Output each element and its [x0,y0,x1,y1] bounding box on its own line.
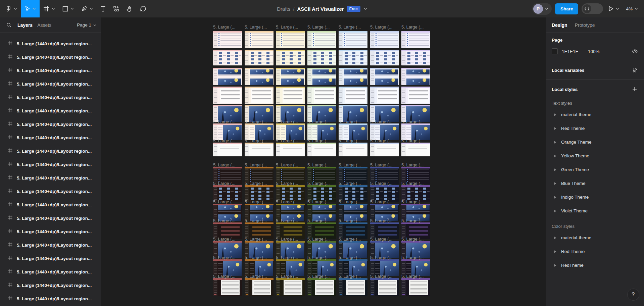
frame-name-label[interactable]: 5. Large (... [401,237,424,242]
style-item-1-2[interactable]: RedTheme [546,258,644,272]
frame-name-label[interactable]: 5. Large (... [245,138,267,143]
page-title[interactable]: ASCII Art Visualizer [297,6,344,12]
canvas-frame-light-orange-cards[interactable] [245,50,274,65]
hand-tool[interactable] [123,0,136,17]
frame-name-label[interactable]: 5. Large (... [276,255,298,260]
frame-name-label[interactable]: 5. Large (... [370,24,392,30]
frame-name-label[interactable]: 5. Large (... [245,119,267,124]
canvas-frame-light-indigo-document[interactable] [370,87,399,104]
layer-row-18[interactable]: 5. Large (1440+dp)/Layout region... [0,278,101,292]
canvas-frame-light-indigo-image-side[interactable] [370,123,399,140]
canvas-frame-light-red-table[interactable] [213,31,242,48]
frame-name-label[interactable]: 5. Large (... [339,274,361,279]
frame-name-label[interactable]: 5. Large (... [307,255,330,260]
canvas-frame-light-violet-table[interactable] [401,31,430,48]
main-menu[interactable] [2,0,21,17]
disclosure-triangle-icon[interactable] [554,235,557,241]
visibility-eye-icon[interactable] [631,47,639,55]
frame-name-label[interactable]: 5. Large (... [370,119,392,124]
canvas-frame-dark-yellow-docfinal[interactable] [276,278,305,296]
frame-name-label[interactable]: 5. Large (... [307,119,330,124]
frame-name-label[interactable]: 5. Large (... [245,24,267,30]
frame-name-label[interactable]: 5. Large (... [401,274,424,279]
frame-name-label[interactable]: 5. Large (... [370,274,392,279]
canvas-frame-light-violet-docfinal[interactable] [401,143,430,156]
account-menu[interactable]: P [532,3,552,15]
canvas-frame-light-green-cards[interactable] [307,50,336,65]
frame-name-label[interactable]: 5. Large (... [401,138,424,143]
canvas-frame-light-red-docfinal[interactable] [213,143,242,156]
breadcrumb-folder[interactable]: Drafts [277,6,290,12]
canvas-frame-light-orange-image-side[interactable] [245,123,274,140]
canvas-frame-light-yellow-gallery[interactable] [276,68,305,85]
frame-name-label[interactable]: 5. Large (... [213,274,235,279]
frame-name-label[interactable]: 5. Large (... [213,24,235,30]
canvas-frame-light-orange-docfinal[interactable] [245,143,274,156]
disclosure-triangle-icon[interactable] [554,194,557,200]
frame-name-label[interactable]: 5. Large (... [276,274,298,279]
canvas-frame-light-blue-document[interactable] [339,87,367,104]
canvas-frame-light-yellow-cards[interactable] [276,50,305,65]
frame-name-label[interactable]: 5. Large (... [370,199,392,204]
canvas-frame-light-yellow-document[interactable] [276,87,305,104]
frame-name-label[interactable]: 5. Large (... [307,24,330,30]
canvas-frame-light-yellow-image-side[interactable] [276,123,305,140]
canvas-frame-light-blue-cards[interactable] [339,50,367,65]
frame-name-label[interactable]: 5. Large (... [339,218,361,223]
canvas-frame-light-yellow-docfinal[interactable] [276,143,305,156]
frame-name-label[interactable]: 5. Large (... [213,218,235,223]
file-menu-chevron[interactable] [364,8,367,10]
layer-row-16[interactable]: 5. Large (1440+dp)/Layout region... [0,252,101,265]
variables-icon[interactable] [631,66,639,74]
shape-tool[interactable] [59,0,78,17]
frame-name-label[interactable]: 5. Large (... [245,181,267,186]
frame-tool[interactable] [40,0,59,17]
layer-row-11[interactable]: 5. Large (1440+dp)/Layout region... [0,185,101,198]
layer-row-19[interactable]: 5. Large (1440+dp)/Layout region... [0,292,101,305]
layer-row-9[interactable]: 5. Large (1440+dp)/Layout region... [0,158,101,171]
style-item-1-1[interactable]: Red Theme [546,245,644,258]
frame-name-label[interactable]: 5. Large (... [339,119,361,124]
disclosure-triangle-icon[interactable] [554,139,557,145]
comment-tool[interactable] [136,0,150,17]
disclosure-triangle-icon[interactable] [554,208,557,214]
disclosure-triangle-icon[interactable] [554,125,557,132]
text-tool[interactable] [97,0,109,17]
canvas[interactable]: 5. Large (...5. Large (...5. Large (...5… [101,17,546,306]
frame-name-label[interactable]: 5. Large (... [213,119,235,124]
canvas-frame-light-green-image-side[interactable] [307,123,336,140]
frame-name-label[interactable]: 5. Large (... [307,218,330,223]
frame-name-label[interactable]: 5. Large (... [245,218,267,223]
canvas-frame-light-red-image-side[interactable] [213,123,242,140]
style-item-0-6[interactable]: Indigo Theme [546,190,644,204]
frame-name-label[interactable]: 5. Large (... [370,138,392,143]
add-style-plus-icon[interactable] [631,85,639,93]
free-plan-badge[interactable]: Free [347,6,360,12]
frame-name-label[interactable]: 5. Large (... [276,24,298,30]
tab-prototype[interactable]: Prototype [575,22,595,28]
style-item-0-3[interactable]: Yellow Theme [546,149,644,163]
frame-name-label[interactable]: 5. Large (... [245,255,267,260]
search-icon[interactable] [5,21,13,29]
layer-row-17[interactable]: 5. Large (1440+dp)/Layout region... [0,265,101,278]
frame-name-label[interactable]: 5. Large (... [401,181,424,186]
frame-name-label[interactable]: 5. Large (... [401,199,424,204]
tab-assets[interactable]: Assets [37,22,51,28]
disclosure-triangle-icon[interactable] [554,167,557,173]
canvas-frame-light-violet-gallery[interactable] [401,68,430,85]
canvas-frame-light-orange-gallery[interactable] [245,68,274,85]
share-button[interactable]: Share [555,3,579,14]
canvas-frame-light-green-document[interactable] [307,87,336,104]
frame-name-label[interactable]: 5. Large (... [401,255,424,260]
canvas-frame-light-violet-document[interactable] [401,87,430,104]
frame-name-label[interactable]: 5. Large (... [213,255,235,260]
disclosure-triangle-icon[interactable] [554,112,557,118]
canvas-frame-light-red-cards[interactable] [213,50,242,65]
canvas-frame-light-green-table[interactable] [307,31,336,48]
move-tool[interactable] [21,0,40,17]
page-color-swatch[interactable] [552,48,558,54]
layer-row-12[interactable]: 5. Large (1440+dp)/Layout region... [0,198,101,211]
canvas-frame-light-blue-table[interactable] [339,31,367,48]
canvas-frame-dark-blue-docfinal[interactable] [339,278,367,296]
page-selector[interactable]: Page 1 [77,22,96,28]
